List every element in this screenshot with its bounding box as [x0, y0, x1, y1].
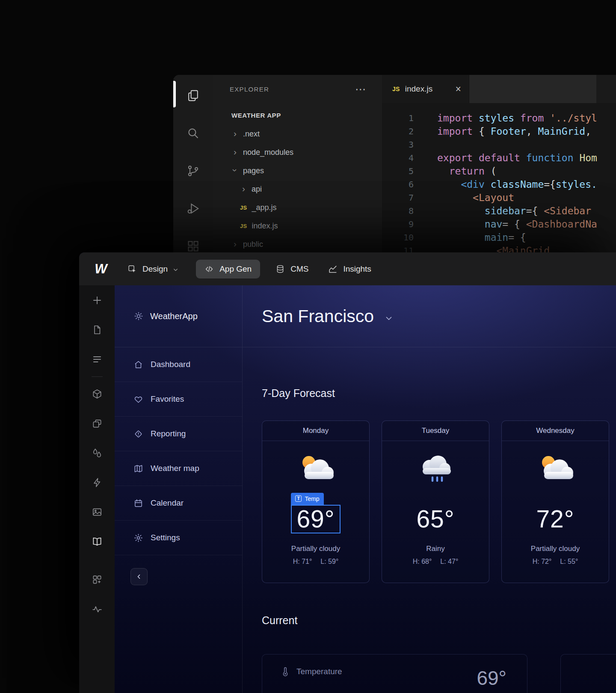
search-icon[interactable] [173, 114, 213, 152]
cube-icon[interactable] [92, 388, 103, 400]
insights-icon [328, 264, 338, 274]
low-value: L: 47° [440, 558, 458, 566]
droplets-icon[interactable] [92, 447, 103, 459]
app-content: 7-Day Forecast Monday T Temp 69° Partial… [243, 347, 616, 693]
condition-label: Rainy [426, 545, 444, 553]
stage: EXPLORER ⋯ WEATHER APP ›.next›node_modul… [0, 0, 616, 693]
menu-cms[interactable]: CMS [275, 264, 308, 274]
builder-body: WeatherApp DashboardFavoritesReportingWe… [79, 285, 616, 693]
selection-outline[interactable]: T Temp 69° [291, 505, 340, 533]
chevron-icon: › [230, 166, 240, 174]
tree-item-.next[interactable]: ›.next [213, 125, 382, 143]
nav-item-label: Calendar [151, 498, 184, 508]
tree-item-api[interactable]: ›api [213, 180, 382, 198]
code-line: 1import styles from '../styl [382, 112, 616, 125]
nav-item-label: Dashboard [151, 360, 190, 369]
book-icon[interactable] [92, 536, 103, 547]
forecast-day-label: Monday [262, 421, 369, 441]
chevron-down-icon[interactable] [384, 314, 394, 323]
nav-item-dashboard[interactable]: Dashboard [115, 347, 242, 382]
tree-item-node_modules[interactable]: ›node_modules [213, 143, 382, 162]
page-icon[interactable] [92, 324, 103, 335]
chevron-icon: › [231, 128, 239, 139]
code-line: 10 main= { [382, 231, 616, 244]
image-icon[interactable] [92, 506, 103, 518]
bolt-icon[interactable] [92, 477, 103, 488]
temperature-wrap: 65° [416, 503, 454, 534]
cms-icon [275, 264, 285, 274]
current-temperature-card[interactable]: Temperature 69° [262, 654, 527, 693]
selection-badge: T Temp [291, 493, 323, 505]
high-low: H: 68° L: 47° [413, 558, 459, 566]
nav-item-label: Reporting [151, 429, 186, 438]
nav-item-favorites[interactable]: Favorites [115, 382, 242, 417]
menu-app-gen[interactable]: App Gen [196, 260, 260, 278]
city-name[interactable]: San Francisco [262, 306, 374, 326]
forecast-card-wednesday[interactable]: Wednesday 72° Partially cloudy H: 72° L:… [501, 421, 609, 583]
tree-item-label: api [252, 185, 262, 194]
grid-add-icon[interactable] [92, 574, 103, 585]
nav-item-label: Weather map [151, 464, 199, 473]
project-section-header[interactable]: WEATHER APP [213, 103, 382, 125]
nav-item-reporting[interactable]: Reporting [115, 417, 242, 451]
forecast-card-monday[interactable]: Monday T Temp 69° Partially cloudy H: 71… [262, 421, 370, 583]
code-line: 3 [382, 138, 616, 151]
forecast-day-label: Tuesday [382, 421, 489, 441]
menu-app-gen-label: App Gen [219, 264, 252, 274]
source-control-icon[interactable] [173, 152, 213, 190]
current-section-title: Current [262, 614, 616, 627]
menu-insights[interactable]: Insights [328, 264, 371, 274]
menu-icon[interactable] [92, 354, 103, 365]
forecast-section-title: 7-Day Forecast [262, 387, 616, 400]
more-actions-icon[interactable]: ⋯ [355, 84, 366, 95]
current-card-label: Temperature [296, 667, 342, 676]
add-icon[interactable] [92, 295, 103, 306]
tree-item-label: pages [243, 166, 264, 175]
js-file-icon: JS [392, 86, 400, 92]
tree-item-_app.js[interactable]: JS_app.js [213, 198, 382, 217]
collapse-sidebar-button[interactable] [130, 568, 148, 585]
tool-palette [79, 285, 115, 693]
temperature-value: 69° [296, 507, 335, 531]
close-tab-icon[interactable]: × [456, 83, 461, 95]
menu-design[interactable]: Design [127, 264, 179, 274]
tab-index-js[interactable]: JS index.js × [382, 75, 469, 103]
home-icon [133, 360, 143, 370]
tree-item-pages[interactable]: ›pages [213, 162, 382, 180]
nav-item-calendar[interactable]: Calendar [115, 486, 242, 521]
current-cards: Temperature 69° [262, 654, 616, 693]
partly-cloudy-icon [293, 452, 338, 485]
temperature-wrap: T Temp 69° [291, 503, 340, 534]
sun-icon [133, 311, 144, 321]
report-icon [133, 429, 143, 439]
nav-item-label: Settings [151, 533, 180, 542]
map-icon [133, 464, 143, 474]
code-icon [204, 264, 214, 274]
city-header: San Francisco [243, 285, 616, 347]
forecast-card-tuesday[interactable]: Tuesday 65° Rainy H: 68° L: 47° [382, 421, 489, 583]
chevron-icon: › [240, 184, 247, 194]
high-value: H: 71° [293, 558, 312, 566]
tree-item-public[interactable]: ›public [213, 235, 382, 254]
heart-icon [133, 394, 143, 404]
palette-divider [92, 376, 103, 377]
app-main: San Francisco 7-Day Forecast Monday T Te… [243, 285, 616, 693]
design-icon [127, 264, 137, 274]
code-line: 7 <Layout [382, 191, 616, 204]
tree-item-label: _app.js [252, 203, 277, 212]
temperature-value: 65° [416, 507, 454, 531]
run-debug-icon[interactable] [173, 190, 213, 227]
explorer-title: EXPLORER [230, 86, 269, 93]
nav-item-weather-map[interactable]: Weather map [115, 451, 242, 486]
layers-icon[interactable] [92, 418, 103, 429]
nav-item-settings[interactable]: Settings [115, 521, 242, 555]
tab-label: index.js [405, 84, 432, 94]
chevron-icon: › [231, 239, 239, 249]
code-line: 8 sidebar={ <Sidebar [382, 204, 616, 218]
selection-badge-label: Temp [305, 495, 319, 502]
tab-bar: JS index.js × [382, 75, 616, 103]
webflow-logo[interactable]: W [89, 261, 112, 277]
pulse-icon[interactable] [92, 604, 103, 615]
files-icon[interactable] [173, 77, 213, 114]
tree-item-index.js[interactable]: JSindex.js [213, 217, 382, 235]
